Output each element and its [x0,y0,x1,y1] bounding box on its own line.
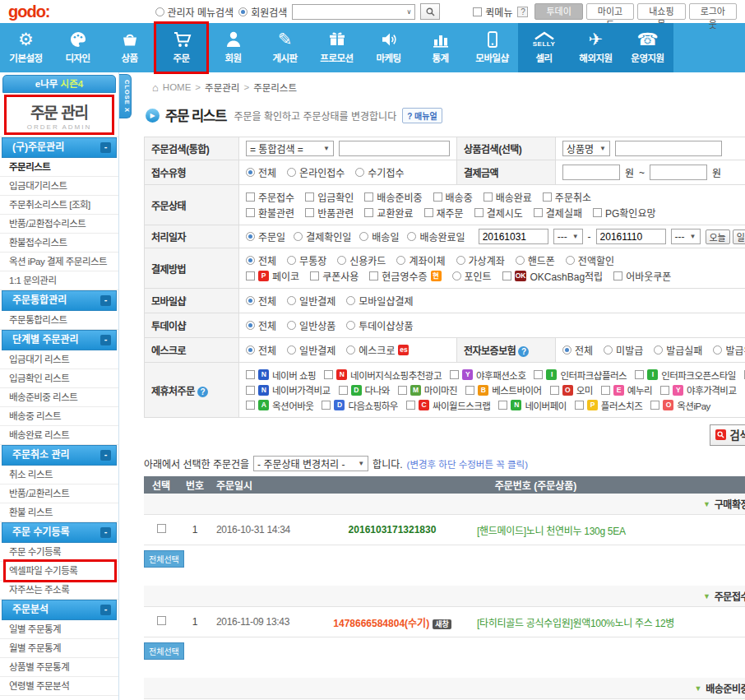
radio-전체[interactable]: 전체 [246,253,276,267]
sidebar-item-취소 리스트[interactable]: 취소 리스트 [0,466,118,484]
nav-item-셀리[interactable]: SELLY셀리 [518,23,570,72]
order-search-select[interactable]: = 통합검색 =▼ [246,141,334,156]
breadcrumb-item[interactable]: 주문리스트 [253,81,297,94]
top-button-2[interactable]: 마이고도 [586,3,634,20]
breadcrumb-home[interactable]: HOME [163,82,192,92]
radio-전체[interactable]: 전체 [562,343,593,357]
sidebar-item-배송준비중 리스트[interactable]: 배송준비중 리스트 [0,388,118,407]
checkbox-옥션iPay[interactable]: O옥션iPay [650,399,710,412]
sidebar-item-주문통합리스트[interactable]: 주문통합리스트 [0,311,118,330]
sidebar-item-환불접수리스트[interactable]: 환불접수리스트 [0,234,118,253]
change-status-select[interactable]: - 주문상태 변경처리 -▼ [253,456,368,471]
godo-logo[interactable]: godo: [8,2,50,21]
nav-item-마케팅[interactable]: 마케팅 [363,23,414,72]
collapse-icon[interactable]: - [100,450,111,461]
breadcrumb-item[interactable]: 주문관리 [205,81,239,94]
sidebar-item-옥션 iPay 결제 주문리스트[interactable]: 옥션 iPay 결제 주문리스트 [0,253,118,271]
checkbox-환불관련[interactable]: 환불관련 [246,206,294,220]
checkbox-배송준비중[interactable]: 배송준비중 [364,190,422,204]
radio-계좌이체[interactable]: 계좌이체 [396,253,445,267]
radio-신용카드[interactable]: 신용카드 [337,253,386,267]
checkbox-결제시도[interactable]: 결제시도 [474,206,523,220]
radio-전액할인[interactable]: 전액할인 [566,253,614,267]
new-window-badge[interactable]: 새창 [433,619,451,629]
radio-모바일샵결제[interactable]: 모바일샵결제 [346,294,413,308]
top-button-1[interactable]: 투데이샵 [534,3,582,20]
order-no-link[interactable]: 2016103171321830 [349,524,437,535]
checkbox-PG확인요망[interactable]: PG확인요망 [593,206,656,220]
sidebar-item-배송중 리스트[interactable]: 배송중 리스트 [0,407,118,426]
radio-전체[interactable]: 전체 [246,165,276,179]
checkbox-네이버가격비교[interactable]: N네이버가격비교 [246,383,331,396]
radio-수기접수[interactable]: 수기접수 [355,165,404,179]
radio-무통장[interactable]: 무통장 [287,253,326,267]
radio-발급완료[interactable]: 발급완료보증 [713,343,745,357]
nav-item-해외지원[interactable]: ✈해외지원 [570,23,622,72]
checkbox-다음쇼핑하우[interactable]: D다음쇼핑하우 [322,399,397,412]
sidebar-item-환불 리스트[interactable]: 환불 리스트 [0,503,118,522]
checkbox-오미[interactable]: O오미 [550,383,593,396]
radio-투데이샵상품[interactable]: 투데이샵상품 [346,318,413,332]
checkbox-네이버페이[interactable]: N네이버페이 [498,399,566,412]
sidebar-item-일별 주문통계[interactable]: 일별 주문통계 [0,620,118,639]
sidebar-section-단계별 주문관리[interactable]: 단계별 주문관리- [2,330,117,350]
collapse-icon[interactable]: - [100,605,111,615]
manual-button[interactable]: ? 매뉴얼 [402,108,442,123]
checkbox-어바웃쿠폰[interactable]: 어바웃쿠폰 [613,269,671,283]
sidebar-close-tab[interactable]: CLOSE X [119,74,132,118]
checkbox-네이버 쇼핑[interactable]: N네이버 쇼핑 [246,369,316,382]
top-search-button[interactable] [420,3,440,20]
sidebar-item-반품/교환리스트[interactable]: 반품/교환리스트 [0,484,118,503]
sidebar-section-주문취소 관리[interactable]: 주문취소 관리- [2,445,117,466]
sidebar-item-주문리스트[interactable]: 주문리스트 [0,158,118,177]
help-icon[interactable]: ? [518,346,529,357]
nav-item-주문[interactable]: 주문 [155,23,207,72]
radio-주문일[interactable]: 주문일 [246,229,285,243]
radio-핸드폰[interactable]: 핸드폰 [516,253,555,267]
sidebar-item-엑셀파일 수기등록[interactable]: 엑셀파일 수기등록 [0,562,118,581]
row-checkbox[interactable] [157,524,166,533]
radio-전체[interactable]: 전체 [246,343,276,357]
member-search-radio[interactable]: 회원검색 [238,5,287,19]
amount-to-input[interactable] [650,165,707,180]
collapse-icon[interactable]: - [100,295,111,306]
order-search-input[interactable] [339,141,450,156]
sidebar-item-주문취소리스트 [조회][interactable]: 주문취소리스트 [조회] [0,196,118,215]
checkbox-교환완료[interactable]: 교환완료 [364,206,413,220]
nav-item-모바일샵[interactable]: 모바일샵 [466,23,518,72]
radio-일반결제[interactable]: 일반결제 [287,343,335,357]
date-from-time-select[interactable]: ---▼ [553,229,583,244]
order-no-link[interactable]: 1478666584804(수기) [333,618,429,629]
checkbox-인터파크샵플러스[interactable]: I인터파크샵플러스 [534,369,627,382]
checkbox-베스트바이어[interactable]: B베스트바이어 [465,383,541,396]
checkbox-야후패션소호[interactable]: Y야후패션소호 [450,369,525,382]
quick-menu-checkbox[interactable]: 퀵메뉴 [473,5,512,19]
checkbox-페이코[interactable]: P페이코 [246,269,299,283]
checkbox-마이마진[interactable]: M마이마진 [398,383,457,396]
amount-from-input[interactable] [562,165,620,180]
nav-item-게시판[interactable]: ✎게시판 [259,23,311,72]
sidebar-item-1:1 문의관리[interactable]: 1:1 문의관리 [0,271,118,290]
date-to-time-select[interactable]: ---▼ [671,229,701,244]
sidebar-section-주문분석[interactable]: 주문분석- [2,600,117,620]
checkbox-주문취소[interactable]: 주문취소 [543,190,591,204]
checkbox-옥션어바웃[interactable]: A옥션어바웃 [246,399,313,412]
sidebar-item-자주쓰는 주소록[interactable]: 자주쓰는 주소록 [0,581,118,600]
radio-가상계좌[interactable]: 가상계좌 [456,253,505,267]
nav-item-회원[interactable]: 회원 [207,23,259,72]
sidebar-item-입금확인 리스트[interactable]: 입금확인 리스트 [0,369,118,388]
radio-전체[interactable]: 전체 [246,318,276,332]
search-button[interactable]: 검색 [710,424,745,446]
radio-포인트[interactable]: 포인트 [452,269,492,283]
checkbox-반품관련[interactable]: 반품관련 [305,206,354,220]
select-all-button[interactable]: 전체선택 [144,550,184,568]
sidebar-section-(구)주문관리[interactable]: (구)주문관리- [2,137,117,158]
admin-menu-search-radio[interactable]: 관리자 메뉴검색 [155,5,234,19]
help-icon[interactable]: ? [197,387,208,397]
checkbox-야후가격비교[interactable]: Y야후가격비교 [660,383,736,396]
checkbox-네이버지식쇼핑추천광고[interactable]: N네이버지식쇼핑추천광고 [324,369,442,382]
checkbox-예누리[interactable]: E예누리 [601,383,652,396]
checkbox-주문접수[interactable]: 주문접수 [246,190,294,204]
sidebar-item-상품별 주문통계[interactable]: 상품별 주문통계 [0,658,118,677]
top-button-4[interactable]: 로그아웃 [689,3,737,20]
